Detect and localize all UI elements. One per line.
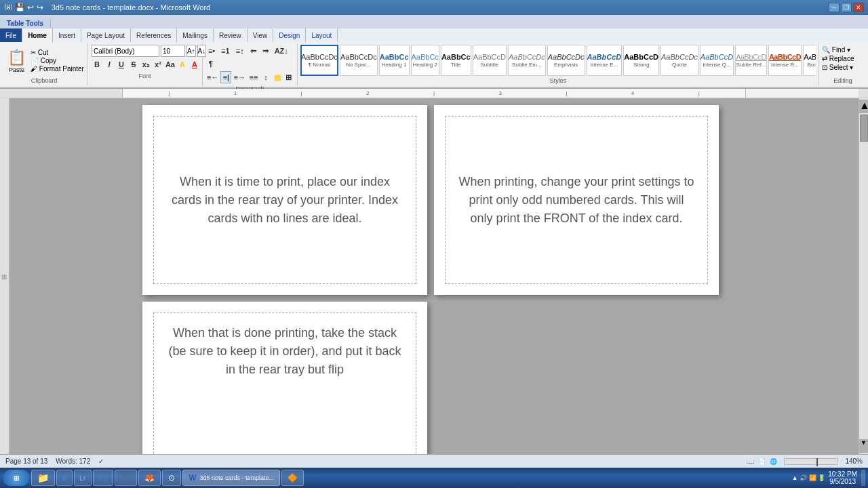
tab-references[interactable]: References <box>131 28 177 42</box>
editing-label: Editing <box>822 77 864 84</box>
show-desktop-btn[interactable] <box>861 470 865 486</box>
tab-design[interactable]: Design <box>273 28 306 42</box>
style-subtitle[interactable]: AaBbCcD Subtitle <box>473 45 507 76</box>
font-size-input[interactable] <box>161 45 185 57</box>
minimize-btn[interactable]: ─ <box>829 3 840 12</box>
show-marks-btn[interactable]: ¶ <box>205 58 216 70</box>
close-btn[interactable]: ✕ <box>853 3 864 12</box>
font-grow-btn[interactable]: A↑ <box>186 45 196 57</box>
tab-review[interactable]: Review <box>214 28 248 42</box>
style-emphasis[interactable]: AaBbCcDc Emphasis <box>547 45 585 76</box>
taskbar-word[interactable]: W 3d5 note cards - template... <box>182 470 280 486</box>
bullets-btn[interactable]: ≡• <box>205 45 218 57</box>
justify-btn[interactable]: ≡≡ <box>248 71 260 83</box>
sort-btn[interactable]: AZ↓ <box>272 45 291 57</box>
taskbar-file-explorer[interactable]: 📁 <box>31 470 55 486</box>
tab-page-layout[interactable]: Page Layout <box>81 28 131 42</box>
cut-btn[interactable]: ✂ Cut <box>31 49 84 56</box>
clipboard-label: Clipboard <box>4 77 84 84</box>
styles-group: AaBbCcDc ¶ Normal AaBbCcDc No Spac... Aa… <box>298 43 819 85</box>
text-effect-btn[interactable]: Aa <box>165 58 176 70</box>
find-btn[interactable]: 🔍 Find ▾ <box>822 46 864 54</box>
tab-layout[interactable]: Layout <box>306 28 338 42</box>
subscript-btn[interactable]: x₂ <box>140 58 151 70</box>
increase-indent-btn[interactable]: ⇒ <box>260 45 271 57</box>
taskbar-ie[interactable]: e <box>56 470 73 486</box>
card-3-text: When that is done printing, take the sta… <box>165 324 405 379</box>
spell-check-icon: ✓ <box>98 458 104 465</box>
read-view-btn[interactable]: 📖 <box>747 458 754 465</box>
style-quote[interactable]: AaBbCcDc Quote <box>660 45 698 76</box>
taskbar-chrome[interactable]: ⊙ <box>162 470 181 486</box>
paste-btn[interactable]: 📋 Paste <box>4 47 29 75</box>
vertical-scrollbar[interactable]: ▲ ▼ <box>859 98 868 454</box>
scroll-down-btn[interactable]: ▼ <box>859 439 868 453</box>
borders-btn[interactable]: ⊞ <box>283 71 294 83</box>
style-intense-q[interactable]: AaBbCcD Intense Q... <box>700 45 734 76</box>
card-row-2: When that is done printing, take the sta… <box>142 302 726 454</box>
decrease-indent-btn[interactable]: ⇐ <box>248 45 259 57</box>
taskbar-vlc[interactable]: 🔶 <box>281 470 304 486</box>
replace-btn[interactable]: ⇄ Replace <box>822 55 864 62</box>
card-1-text: When it is time to print, place our inde… <box>165 173 405 228</box>
style-book-title[interactable]: AaBbCcD Book title <box>803 45 816 76</box>
web-view-btn[interactable]: 🌐 <box>770 458 777 465</box>
align-left-btn[interactable]: ≡← <box>205 71 220 83</box>
select-btn[interactable]: ⊡ Select ▾ <box>822 64 864 71</box>
taskbar-media-player[interactable]: 🎵 <box>115 470 137 486</box>
status-bar: Page 13 of 13 Words: 172 ✓ 📖 📄 🌐 140% <box>0 454 868 468</box>
card-1-inner[interactable]: When it is time to print, place our inde… <box>153 116 416 284</box>
taskbar-firefox[interactable]: 🦊 <box>138 470 161 486</box>
start-button[interactable]: ⊞ <box>3 470 30 486</box>
underline-btn[interactable]: U <box>116 58 127 70</box>
scroll-up-btn[interactable]: ▲ <box>859 100 868 113</box>
superscript-btn[interactable]: x² <box>153 58 163 70</box>
font-family-select[interactable] <box>92 45 159 57</box>
print-view-btn[interactable]: 📄 <box>758 458 766 465</box>
word-count: Words: 172 <box>56 458 90 465</box>
taskbar-photoshop[interactable]: Ps <box>93 470 113 486</box>
window-title: 3d5 note cards - template.docx - Microso… <box>52 3 211 12</box>
numbering-btn[interactable]: ≡1 <box>218 45 233 57</box>
font-color-btn[interactable]: A <box>189 58 200 70</box>
strikethrough-btn[interactable]: S <box>128 58 139 70</box>
bold-btn[interactable]: B <box>92 58 102 70</box>
card-3-inner[interactable]: When that is done printing, take the sta… <box>153 312 416 454</box>
style-intense-em[interactable]: AaBbCcD Intense E... <box>587 45 623 76</box>
align-center-btn[interactable]: ≡| <box>220 71 231 83</box>
style-normal[interactable]: AaBbCcDc ¶ Normal <box>300 45 338 76</box>
style-subtle-ref[interactable]: AaBbCcD Subtle Ref... <box>735 45 767 76</box>
highlight-btn[interactable]: A <box>177 58 188 70</box>
italic-btn[interactable]: I <box>104 58 115 70</box>
style-title[interactable]: AaBbCc Title <box>441 45 471 76</box>
zoom-level: 140% <box>845 458 863 465</box>
card-2-text: When printing, change your print setting… <box>456 173 696 228</box>
style-strong[interactable]: AaBbCcD Strong <box>623 45 659 76</box>
window-controls[interactable]: ─ ❐ ✕ <box>829 3 864 12</box>
restore-btn[interactable]: ❐ <box>841 3 852 12</box>
tab-mailings[interactable]: Mailings <box>177 28 214 42</box>
style-no-spacing[interactable]: AaBbCcDc No Spac... <box>340 45 378 76</box>
left-margin-bar: ⊞ <box>0 98 9 454</box>
card-2-inner[interactable]: When printing, change your print setting… <box>445 116 708 284</box>
tab-file[interactable]: File <box>0 28 22 42</box>
style-intense-r[interactable]: AaBbCcD Intense R... <box>768 45 802 76</box>
table-tools-tab: Table Tools <box>0 18 51 28</box>
tab-insert[interactable]: Insert <box>53 28 81 42</box>
scroll-thumb[interactable] <box>860 115 868 142</box>
line-spacing-btn[interactable]: ↕ <box>260 71 271 83</box>
ruler: |1|2|3|4| <box>0 89 868 98</box>
tab-home[interactable]: Home <box>22 28 53 42</box>
copy-btn[interactable]: 📄 Copy <box>31 57 84 64</box>
taskbar-lightroom[interactable]: Lr <box>74 470 92 486</box>
tab-view[interactable]: View <box>248 28 274 42</box>
align-right-btn[interactable]: ≡→ <box>232 71 247 83</box>
shading-btn[interactable]: ▤ <box>272 71 283 83</box>
multilevel-btn[interactable]: ≡↕ <box>233 45 247 57</box>
style-heading2[interactable]: AaBbCc Heading 2 <box>411 45 439 76</box>
style-subtle-em[interactable]: AaBbCcDc Subtle Em... <box>508 45 546 76</box>
style-heading1[interactable]: AaBbCc Heading 1 <box>379 45 410 76</box>
taskbar-left: ⊞ 📁 e Lr Ps 🎵 🦊 ⊙ W 3d5 note cards - tem… <box>3 470 304 486</box>
zoom-slider[interactable] <box>784 458 838 465</box>
format-painter-btn[interactable]: 🖌 Format Painter <box>31 65 84 73</box>
